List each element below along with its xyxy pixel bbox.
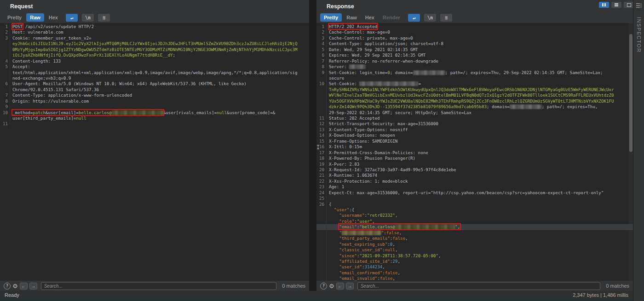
wrap-toggle-icon[interactable]: ↵	[408, 14, 420, 22]
editor-line: 23Age: 1	[316, 184, 633, 190]
next-match-button[interactable]: →	[346, 283, 354, 289]
editor-menu-icon[interactable]: ≡	[98, 14, 110, 22]
line-text: 29-Sep-2022 02:14:35 GMT; secure; HttpOn…	[329, 110, 472, 116]
line-number: 25	[316, 196, 327, 201]
layout-single-icon[interactable]	[624, 2, 634, 8]
inspector-strip[interactable]: INSPECTOR	[633, 0, 644, 301]
settings-gear-icon[interactable]: ⚙	[329, 283, 334, 289]
code-token: X-Xss-Protection: 1; mode=block	[329, 179, 408, 184]
burp-repeater-window: Request PrettyRawHex ↵ \n ≡ 1POST /api/v…	[0, 0, 644, 301]
layout-rows-icon[interactable]	[611, 2, 621, 8]
inspector-collapse-icon[interactable]	[636, 3, 641, 8]
line-number: 23	[316, 184, 327, 190]
line-text: iOiJyaXZhbHNfdjIifQ.DvQXpd9wzFxnPrXi1UEA…	[12, 52, 175, 58]
line-number: 24	[316, 190, 327, 196]
tab-pretty[interactable]: Pretty	[320, 13, 342, 22]
line-text: secure	[329, 75, 344, 81]
line-text: Content-Type: application/x-www-form-url…	[12, 93, 132, 98]
help-icon[interactable]: ?	[4, 283, 11, 289]
line-number: 26	[316, 202, 327, 207]
editor-line: "":false,	[316, 230, 633, 236]
line-number	[316, 276, 327, 281]
editor-line: 14X-Download-Options: noopen	[316, 133, 633, 138]
editor-line: 10Set-Cookie: =	[316, 81, 633, 87]
line-number	[316, 219, 327, 224]
code-token: ,	[382, 264, 385, 269]
editor-line: "next_expiring_sub":0,	[316, 242, 633, 247]
column-bar	[602, 3, 604, 6]
code-token: ,	[372, 219, 375, 224]
line-text: X-Runtime: 1.063674	[329, 173, 377, 178]
annotation-highlight-box: "email":"bello.carlos@",	[339, 224, 460, 229]
code-token: X-Pver: 2.83	[329, 162, 359, 167]
code-token: Referrer-Policy: no-referrer-when-downgr…	[329, 58, 438, 64]
message-panes: Request PrettyRawHex ↵ \n ≡ 1POST /api/v…	[0, 0, 633, 291]
settings-gear-icon[interactable]: ⚙	[12, 283, 18, 289]
request-search-input[interactable]	[41, 282, 277, 290]
line-number: 6	[0, 81, 10, 87]
editor-line: 17X-Permitted-Cross-Domain-Policies: non…	[316, 150, 633, 156]
code-token: null	[76, 116, 86, 121]
line-number: 1	[316, 24, 327, 29]
row-bar	[615, 5, 618, 6]
tab-hex[interactable]: Hex	[45, 13, 62, 22]
editor-line: 9	[0, 104, 309, 110]
line-number: 18	[316, 156, 327, 161]
code-token: YUx5OGFXVkRPbWZHaC9yYWJsZUE2VWU0alNQbE82…	[329, 98, 614, 104]
editor-line: dzkrZm14QWc9PQ%3D%3D--135594f37d2385b810…	[316, 104, 633, 110]
code-token: ,	[392, 276, 395, 281]
line-text: eyJhbGciOiJIUzI1NiJ9.eyJ1c2VyX2lkIjozMTQ…	[12, 41, 298, 46]
code-token: null	[385, 247, 395, 252]
line-text: "user_id":3144234,	[329, 264, 385, 270]
line-number	[0, 70, 10, 75]
editor-line: 20X-Request-Id: 327ac730-3a97-4ad9-99e5-…	[316, 167, 633, 173]
code-token: ,	[399, 230, 402, 235]
response-panel-title: Response	[316, 0, 633, 12]
text-cursor	[317, 145, 319, 149]
status-ready-label: Ready	[5, 292, 19, 298]
annotation-highlight-box: HTTP/2 202 Accepted	[329, 24, 377, 29]
wrap-toggle-icon[interactable]: ↵	[66, 14, 78, 22]
line-number: 7	[0, 93, 10, 98]
response-search-input[interactable]	[357, 282, 601, 290]
line-number: 5	[316, 47, 327, 52]
editor-line: 29-Sep-2022 02:14:35 GMT; secure; HttpOn…	[316, 110, 633, 116]
editor-line: 19X-Pver: 2.83	[316, 162, 633, 167]
line-number: 4	[316, 41, 327, 46]
layout-columns-icon[interactable]	[599, 2, 609, 8]
request-tabs-group: PrettyRawHex	[4, 13, 62, 22]
line-text: HTTP/2 202 Accepted	[329, 24, 377, 29]
line-text: Cache-Control: max-age=0	[329, 29, 390, 35]
code-token: ; path=/; expires=Thu,	[542, 104, 598, 109]
request-editor[interactable]: 1POST /api/v2/users/update HTTP/22Host: …	[0, 23, 309, 281]
code-token: Cookie: remember_user_token_v2=	[12, 35, 91, 41]
code-token: "next_expiring_sub"	[339, 242, 387, 247]
tab-raw[interactable]: Raw	[343, 13, 361, 22]
panel-divider[interactable]	[309, 0, 316, 291]
editor-line: 8Origin: https://vulnerable.com	[0, 98, 309, 104]
next-match-button[interactable]: →	[29, 283, 37, 289]
annotation-highlight-box: _method=patch&user[email]=bello.carlos@	[12, 110, 163, 115]
tab-pretty[interactable]: Pretty	[4, 13, 25, 22]
prev-match-button[interactable]: ←	[336, 283, 344, 289]
tab-raw[interactable]: Raw	[26, 13, 44, 22]
line-number	[316, 270, 327, 276]
line-text: "role":"user",	[329, 219, 375, 224]
prev-match-button[interactable]: ←	[20, 283, 28, 289]
help-icon[interactable]: ?	[320, 283, 327, 289]
newline-toggle-icon[interactable]: \n	[424, 14, 436, 22]
editor-line: 26{	[316, 202, 633, 207]
line-text: dzkrZm14QWc9PQ%3D%3D--135594f37d2385b810…	[329, 104, 598, 110]
code-token: X-Powered-By: Phusion Passenger(R)	[329, 156, 415, 161]
tab-hex[interactable]: Hex	[362, 13, 378, 22]
code-token: Accept:	[12, 64, 30, 69]
line-text: X-Ittl: 0:15m	[329, 144, 362, 150]
newline-toggle-icon[interactable]: \n	[82, 14, 94, 22]
response-editor[interactable]: 1HTTP/2 202 Accepted2Cache-Control: max-…	[316, 23, 633, 281]
code-token	[329, 219, 339, 224]
line-text: Content-Length: 133	[12, 58, 61, 64]
editor-line: "role":"user",	[316, 219, 633, 224]
column-bar	[604, 3, 606, 6]
code-token: X-Content-Type-Options: nosniff	[329, 127, 408, 132]
editor-menu-icon[interactable]: ≡	[440, 14, 452, 22]
